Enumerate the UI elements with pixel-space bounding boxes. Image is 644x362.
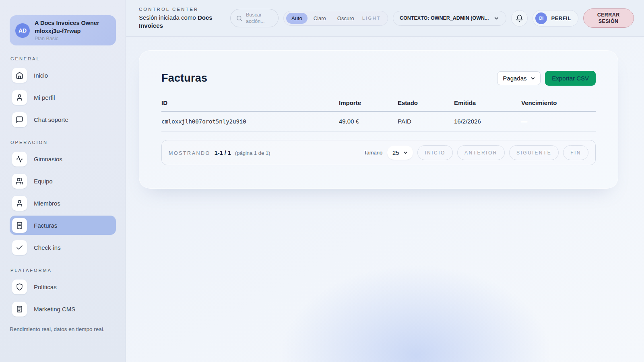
column-header-estado: Estado [398,96,454,111]
chevron-down-icon [530,76,536,81]
pagination-summary: MOSTRANDO 1-1 / 1 (página 1 de 1) [169,150,270,156]
invoices-table: ID Importe Estado Emitida Vencimiento cm… [161,96,596,132]
theme-option-auto[interactable]: Auto [286,13,308,24]
column-header-id: ID [161,96,339,111]
sidebar-item-check-ins[interactable]: Check-ins [10,238,116,257]
control-center-label: CONTROL CENTER [139,7,225,12]
sidebar-item-politicas[interactable]: Políticas [10,277,116,296]
showing-label: MOSTRANDO [169,150,211,156]
status-filter-select[interactable]: Pagadas [497,71,541,85]
workspace-plan: Plan Basic [35,36,110,41]
section-label-general: GENERAL [10,56,116,61]
pagination-first-button[interactable]: INICIO [417,145,453,160]
user-icon [12,90,27,105]
main-area: Facturas Pagadas Exportar CSV ID Impor [126,37,644,362]
home-icon [12,68,27,83]
activity-icon [12,152,27,167]
sidebar-item-label: Mi perfil [34,94,55,101]
workspace-card[interactable]: AD A Docs Invoices Owner mloxxj3u-f7rwap… [10,15,116,45]
pagination-next-button[interactable]: SIGUIENTE [509,145,559,160]
sidebar-item-label: Check-ins [34,244,61,251]
users-icon [12,174,27,189]
context-label: CONTEXTO: OWNER_ADMIN (OWN... [400,15,489,21]
search-input[interactable]: Buscar acción... [230,9,279,27]
document-icon [12,302,27,317]
column-header-emitida: Emitida [454,96,521,111]
sidebar-item-label: Chat soporte [34,116,68,123]
invoices-card: Facturas Pagadas Exportar CSV ID Impor [139,50,618,189]
sidebar: AD A Docs Invoices Owner mloxxj3u-f7rwap… [0,0,126,362]
session-text: Sesión iniciada como Docs Invoices [139,14,225,30]
pagination-controls: Tamaño 25 INICIO ANTERIOR SIGUIENTE FIN [364,145,588,160]
sidebar-item-label: Inicio [34,72,48,79]
export-csv-button[interactable]: Exportar CSV [545,71,596,86]
table-row[interactable]: cmloxxjlh007orot5nly2u9i0 49,00 € PAID 1… [161,111,596,132]
pagination-bar: MOSTRANDO 1-1 / 1 (página 1 de 1) Tamaño… [161,140,596,165]
chevron-down-icon [403,150,408,155]
pagination-page-info: (página 1 de 1) [235,150,270,156]
page-title: Facturas [161,72,207,84]
column-header-vencimiento: Vencimiento [521,96,596,111]
sidebar-item-facturas[interactable]: Facturas [10,216,116,235]
pagination-last-button[interactable]: FIN [563,145,588,160]
search-icon [236,15,243,22]
status-filter-value: Pagadas [503,75,526,82]
column-header-importe: Importe [339,96,398,111]
sidebar-item-gimnasios[interactable]: Gimnasios [10,149,116,169]
page-size-label: Tamaño [364,150,382,156]
workspace-name: A Docs Invoices Owner mloxxj3u-f7rwap [35,19,110,35]
sidebar-item-miembros[interactable]: Miembros [10,193,116,213]
logout-button[interactable]: CERRAR SESIÓN [583,8,634,28]
header-actions: Pagadas Exportar CSV [497,71,596,86]
workspace-avatar: AD [15,23,30,38]
theme-toggle: Auto Claro Oscuro LIGHT [283,11,388,26]
profile-label: PERFIL [551,15,571,21]
pagination-prev-button[interactable]: ANTERIOR [457,145,505,160]
section-label-plataforma: PLATAFORMA [10,268,116,273]
check-icon [12,240,27,255]
pagination-range: 1-1 / 1 [215,150,231,156]
page-size-value: 25 [392,149,399,156]
sidebar-item-inicio[interactable]: Inicio [10,66,116,85]
sidebar-item-label: Políticas [34,284,57,290]
chat-icon [12,112,27,127]
search-placeholder: Buscar acción... [246,12,275,25]
theme-option-oscuro[interactable]: Oscuro [332,13,359,24]
sidebar-item-label: Equipo [34,178,53,185]
chevron-down-icon [493,15,500,21]
sidebar-item-marketing-cms[interactable]: Marketing CMS [10,299,116,319]
card-header: Facturas Pagadas Exportar CSV [161,71,596,86]
table-header-row: ID Importe Estado Emitida Vencimiento [161,96,596,111]
theme-option-claro[interactable]: Claro [308,13,331,24]
profile-button[interactable]: DI PERFIL [533,10,578,27]
workspace-info: A Docs Invoices Owner mloxxj3u-f7rwap Pl… [35,19,110,41]
sidebar-item-equipo[interactable]: Equipo [10,171,116,191]
notifications-button[interactable] [511,10,528,27]
sidebar-footer-text: Rendimiento real, datos en tiempo real. [10,326,116,332]
topbar: CONTROL CENTER Sesión iniciada como Docs… [126,0,644,37]
theme-mode-label: LIGHT [360,16,385,21]
invoice-estado-cell: PAID [398,111,454,132]
sidebar-item-label: Gimnasios [34,156,62,162]
shield-icon [12,280,27,294]
user-icon [12,196,27,211]
sidebar-item-label: Miembros [34,200,60,207]
sidebar-item-label: Marketing CMS [34,306,75,313]
topbar-title-block: CONTROL CENTER Sesión iniciada como Docs… [139,7,225,30]
bell-icon [516,14,523,22]
session-prefix: Sesión iniciada como [139,14,198,21]
receipt-icon [12,218,27,233]
invoice-emitida-cell: 16/2/2026 [454,111,521,132]
invoice-importe-cell: 49,00 € [339,111,398,132]
profile-avatar: DI [535,12,547,24]
invoice-vencimiento-cell: — [521,111,596,132]
sidebar-item-label: Facturas [34,222,57,229]
section-label-operacion: OPERACION [10,140,116,145]
context-dropdown[interactable]: CONTEXTO: OWNER_ADMIN (OWN... [393,11,506,26]
sidebar-item-mi-perfil[interactable]: Mi perfil [10,88,116,107]
page-size-select[interactable]: 25 [387,146,413,160]
sidebar-item-chat-soporte[interactable]: Chat soporte [10,110,116,129]
invoice-id-cell: cmloxxjlh007orot5nly2u9i0 [161,111,339,132]
